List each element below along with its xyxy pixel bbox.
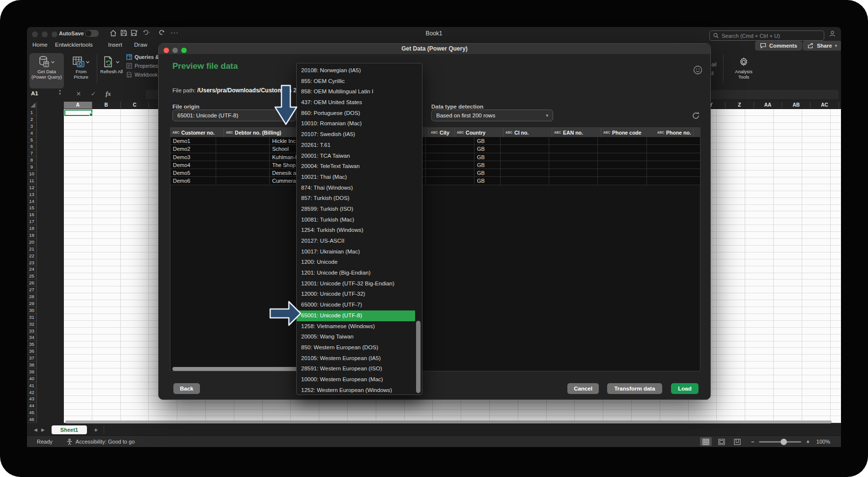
row-header[interactable]: 30 (27, 307, 36, 314)
insert-function-icon[interactable]: fx (106, 90, 111, 98)
row-header[interactable]: 14 (27, 198, 36, 205)
preview-table-row[interactable]: Demo6 Cummerata GB (170, 177, 700, 185)
encoding-option[interactable]: 858: OEM Multilingual Latin I (297, 86, 422, 97)
refresh-all-button[interactable]: Refresh All (100, 53, 123, 85)
encoding-option[interactable]: 20127: US-ASCII (297, 236, 422, 247)
row-header[interactable]: 3 (27, 123, 36, 130)
column-header[interactable]: B (92, 102, 121, 109)
zoom-slider-knob[interactable] (781, 439, 787, 445)
preview-table-row[interactable]: Demo3 Kuhlman-Re GB (170, 153, 700, 161)
column-header[interactable]: Z (726, 102, 754, 109)
data-type-select[interactable]: Based on first 200 rows ▾ (431, 110, 553, 121)
encoding-option[interactable]: 1252: Western European (Windows) (297, 385, 422, 395)
page-break-view-icon[interactable] (731, 437, 743, 446)
comments-button[interactable]: Comments (755, 41, 802, 51)
row-header[interactable]: 18 (27, 225, 36, 232)
encoding-option[interactable]: 12000: Unicode (UTF-32) (297, 289, 422, 300)
encoding-option[interactable]: 10021: Thai (Mac) (297, 172, 422, 183)
add-sheet-button[interactable]: + (94, 426, 98, 434)
column-header[interactable]: AA (754, 102, 783, 109)
zoom-slider[interactable] (759, 441, 801, 443)
row-header[interactable]: 34 (27, 334, 36, 341)
dialog-close-button[interactable] (164, 48, 169, 53)
encoding-option[interactable]: 20261: T.61 (297, 140, 422, 151)
row-header[interactable]: 1 (27, 109, 36, 116)
workbook-links-item[interactable]: Workbook Lin (126, 72, 159, 78)
row-header[interactable]: 43 (27, 395, 36, 402)
normal-view-icon[interactable] (700, 437, 712, 446)
grid-horizontal-scrollbar[interactable] (65, 421, 832, 423)
preview-column-header[interactable]: ABC EAN no. (552, 128, 601, 137)
preview-column-header[interactable]: ABC Phone code (601, 128, 655, 137)
encoding-option[interactable]: 20105: Western European (IA5) (297, 353, 422, 364)
row-header[interactable]: 12 (27, 184, 36, 191)
encoding-option[interactable]: 20005: Wang Taiwan (297, 332, 422, 342)
encoding-option[interactable]: 10000: Western European (Mac) (297, 374, 422, 385)
tab-draw[interactable]: Draw (134, 40, 147, 50)
zoom-out-button[interactable]: – (751, 439, 754, 445)
zoom-level[interactable]: 100% (816, 439, 830, 445)
row-header[interactable]: 24 (27, 266, 36, 273)
stepper-down-icon[interactable]: ▼ (58, 92, 61, 95)
analysis-tools-button[interactable]: Analysis Tools (728, 53, 759, 85)
encoding-option[interactable]: 20108: Norwegian (IA5) (297, 65, 422, 76)
row-header[interactable]: 37 (27, 355, 36, 362)
prev-sheet-icon[interactable]: ◀ (34, 427, 37, 432)
encoding-option[interactable]: 20001: TCA Taiwan (297, 151, 422, 162)
dropdown-scrollbar-thumb[interactable] (416, 321, 420, 393)
row-header[interactable]: 45 (27, 409, 36, 416)
cancel-entry-icon[interactable]: ✕ (76, 90, 81, 97)
row-header[interactable]: 5 (27, 137, 36, 143)
row-header[interactable]: 9 (27, 164, 36, 170)
preview-table-row[interactable]: Demo5 Denesik and GB (170, 169, 700, 177)
properties-item[interactable]: Properties (126, 63, 158, 69)
refresh-preview-icon[interactable] (692, 112, 700, 120)
encoding-option[interactable]: 857: Turkish (DOS) (297, 193, 422, 204)
row-header[interactable]: 7 (27, 150, 36, 157)
row-header[interactable]: 13 (27, 191, 36, 198)
row-header[interactable]: 42 (27, 389, 36, 396)
cancel-button[interactable]: Cancel (567, 383, 599, 394)
row-header[interactable]: 6 (27, 143, 36, 150)
enter-entry-icon[interactable]: ✓ (91, 90, 96, 97)
column-header[interactable]: AC (811, 102, 839, 109)
encoding-option[interactable]: 1200: Unicode (297, 257, 422, 268)
row-header[interactable]: 31 (27, 314, 36, 321)
tab-insert[interactable]: Insert (108, 40, 122, 50)
preview-column-header[interactable]: ABC Phone no. (655, 128, 694, 137)
encoding-option[interactable]: 1258: Vietnamese (Windows) (297, 321, 422, 332)
row-header[interactable]: 39 (27, 368, 36, 375)
row-header[interactable]: 17 (27, 218, 36, 225)
get-data-power-query-button[interactable]: Get Data (Power Query) (29, 53, 64, 88)
preview-table-row[interactable]: Demo2 School GB (170, 145, 700, 153)
row-header[interactable]: 29 (27, 300, 36, 307)
encoding-option[interactable]: 12001: Unicode (UTF-32 Big-Endian) (297, 279, 422, 289)
row-header[interactable]: 20 (27, 239, 36, 246)
sheet-tab-sheet1[interactable]: Sheet1 (52, 425, 87, 434)
encoding-option[interactable]: 10010: Romanian (Mac) (297, 118, 422, 129)
encoding-option[interactable]: 20004: TeleText Taiwan (297, 161, 422, 172)
encoding-option[interactable]: 28591: Western European (ISO) (297, 364, 422, 374)
row-header[interactable]: 35 (27, 341, 36, 348)
row-header[interactable]: 28 (27, 293, 36, 300)
encoding-option[interactable]: 1201: Unicode (Big-Endian) (297, 268, 422, 279)
encoding-option[interactable]: 874: Thai (Windows) (297, 183, 422, 194)
encoding-option[interactable]: 850: Western European (DOS) (297, 342, 422, 353)
row-header[interactable]: 16 (27, 211, 36, 218)
load-button[interactable]: Load (671, 383, 699, 394)
encoding-option[interactable]: 65001: Unicode (UTF-8) (297, 310, 415, 321)
accessibility-status[interactable]: Accessibility: Good to go (76, 439, 135, 445)
preview-column-header[interactable]: ABC City (429, 128, 455, 137)
encoding-option[interactable]: 20107: Swedish (IA5) (297, 129, 422, 140)
row-header[interactable]: 21 (27, 246, 36, 253)
select-all-corner[interactable] (27, 102, 37, 109)
preview-column-header[interactable]: ABC Country (455, 128, 504, 137)
row-header[interactable]: 11 (27, 177, 36, 184)
column-header[interactable]: A (64, 102, 92, 109)
tab-entwicklertools[interactable]: Entwicklertools (55, 40, 93, 50)
preview-column-header[interactable]: ABC Customer no. (170, 128, 224, 137)
row-header[interactable]: 27 (27, 286, 36, 293)
row-header[interactable]: 46 (27, 416, 36, 423)
encoding-option[interactable]: 1254: Turkish (Windows) (297, 225, 422, 236)
search-input[interactable]: Search (Cmd + Ctrl + U) (709, 30, 824, 41)
